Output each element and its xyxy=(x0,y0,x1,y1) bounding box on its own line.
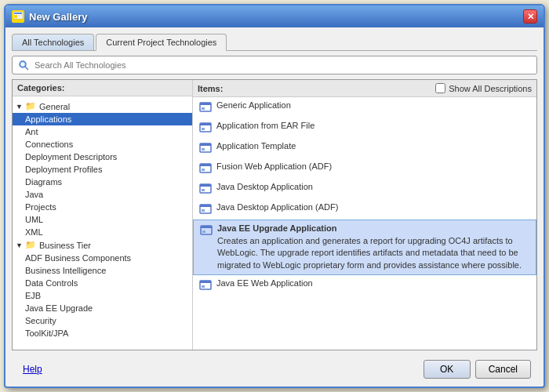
item-icon-java-desktop xyxy=(199,183,212,195)
svg-rect-3 xyxy=(18,15,22,16)
svg-rect-4 xyxy=(18,16,22,17)
item-icon-java-ee-upgrade xyxy=(200,224,213,237)
tree-item-security[interactable]: Security xyxy=(13,314,192,327)
tree-item-bi[interactable]: Business Intelligence xyxy=(13,264,192,277)
title-bar: New Gallery ✕ xyxy=(5,5,544,27)
tree-label-xml: XML xyxy=(25,227,43,237)
item-app-template[interactable]: Application Template xyxy=(193,138,536,158)
item-java-desktop[interactable]: Java Desktop Application xyxy=(193,179,536,199)
dialog-body: All Technologies Current Project Technol… xyxy=(5,27,544,387)
svg-rect-2 xyxy=(14,15,17,18)
tree-item-connections[interactable]: Connections xyxy=(13,138,192,151)
item-fusion-web[interactable]: Fusion Web Application (ADF) xyxy=(193,158,536,179)
item-content-java-ee-upgrade: Java EE Upgrade Application Creates an a… xyxy=(217,223,529,271)
tree-item-toolkitjpa[interactable]: ToolKit/JPA xyxy=(13,327,192,339)
item-icon-generic-app xyxy=(199,101,212,114)
svg-rect-30 xyxy=(200,281,211,283)
svg-rect-24 xyxy=(200,205,211,207)
item-content-java-desktop: Java Desktop Application xyxy=(216,182,530,191)
tree-item-applications[interactable]: Applications xyxy=(13,113,192,125)
show-all-descriptions: Show All Descriptions xyxy=(435,83,532,93)
item-title-fusion-web: Fusion Web Application (ADF) xyxy=(216,162,530,171)
tab-current-project[interactable]: Current Project Technologies xyxy=(96,34,227,51)
tree-item-adf-business[interactable]: ADF Business Components xyxy=(13,252,192,264)
item-java-ee-web[interactable]: Java EE Web Application xyxy=(193,275,536,296)
svg-rect-22 xyxy=(202,189,205,191)
tabs-container: All Technologies Current Project Technol… xyxy=(12,34,537,51)
item-title-generic-app: Generic Application xyxy=(216,100,530,110)
title-bar-left: New Gallery xyxy=(12,10,87,23)
tree-item-business-tier[interactable]: ▼ 📁 Business Tier xyxy=(13,238,192,252)
main-content: Categories: ▼ 📁 General Applications Ant xyxy=(12,79,537,350)
item-description-java-ee-upgrade: Creates an application and generates a r… xyxy=(217,235,529,271)
item-app-from-ear[interactable]: Application from EAR File xyxy=(193,118,536,138)
svg-line-7 xyxy=(25,67,28,70)
dialog-icon xyxy=(12,10,24,23)
item-java-ee-upgrade[interactable]: Java EE Upgrade Application Creates an a… xyxy=(193,220,536,275)
svg-rect-28 xyxy=(202,230,205,233)
svg-rect-21 xyxy=(200,184,211,187)
cancel-button[interactable]: Cancel xyxy=(475,360,531,379)
tree-label-bi: Business Intelligence xyxy=(25,266,106,275)
item-content-java-desktop-adf: Java Desktop Application (ADF) xyxy=(216,202,530,212)
item-title-app-from-ear: Application from EAR File xyxy=(216,121,530,130)
tab-all-technologies[interactable]: All Technologies xyxy=(12,34,94,50)
new-gallery-dialog: New Gallery ✕ All Technologies Current P… xyxy=(4,4,545,388)
show-all-label[interactable]: Show All Descriptions xyxy=(449,84,532,93)
items-list: Generic Application Application from EAR… xyxy=(193,97,536,350)
svg-rect-27 xyxy=(201,226,212,228)
search-input[interactable] xyxy=(35,60,532,70)
item-title-java-desktop: Java Desktop Application xyxy=(216,182,530,191)
dialog-title: New Gallery xyxy=(29,11,87,23)
folder-icon-general: 📁 xyxy=(25,101,36,111)
item-content-java-ee-web: Java EE Web Application xyxy=(216,278,530,288)
svg-rect-18 xyxy=(200,164,211,166)
item-content-generic-app: Generic Application xyxy=(216,100,530,110)
item-title-java-ee-web: Java EE Web Application xyxy=(216,278,530,288)
svg-rect-9 xyxy=(200,103,211,105)
item-title-java-ee-upgrade: Java EE Upgrade Application xyxy=(217,223,529,233)
tree-item-diagrams[interactable]: Diagrams xyxy=(13,176,192,188)
tree-item-ejb[interactable]: EJB xyxy=(13,289,192,302)
item-java-desktop-adf[interactable]: Java Desktop Application (ADF) xyxy=(193,199,536,220)
tree-label-toolkitjpa: ToolKit/JPA xyxy=(25,328,68,338)
search-bar xyxy=(12,56,537,74)
tree-label-deployment-profiles: Deployment Profiles xyxy=(25,165,102,174)
svg-rect-1 xyxy=(14,13,22,14)
tree-item-xml[interactable]: XML xyxy=(13,226,192,238)
item-icon-java-desktop-adf xyxy=(199,203,212,216)
item-generic-app[interactable]: Generic Application xyxy=(193,97,536,118)
categories-panel: Categories: ▼ 📁 General Applications Ant xyxy=(13,80,193,350)
tree-label-uml: UML xyxy=(25,215,43,224)
help-button[interactable]: Help xyxy=(18,362,47,376)
tree-label-connections: Connections xyxy=(25,140,73,149)
tree-item-deployment-descriptors[interactable]: Deployment Descriptors xyxy=(13,151,192,163)
items-header: Items: Show All Descriptions xyxy=(193,80,536,97)
close-button[interactable]: ✕ xyxy=(523,9,537,24)
tree-item-ant[interactable]: Ant xyxy=(13,125,192,138)
item-content-app-template: Application Template xyxy=(216,141,530,151)
svg-rect-16 xyxy=(202,148,205,151)
tree-label-deployment-descriptors: Deployment Descriptors xyxy=(25,152,117,162)
tree-label-java: Java xyxy=(25,190,43,199)
tree-label-ejb: EJB xyxy=(25,291,41,300)
show-all-checkbox[interactable] xyxy=(435,83,445,93)
tree-label-applications: Applications xyxy=(25,114,71,124)
tree-item-projects[interactable]: Projects xyxy=(13,201,192,213)
expand-icon-business: ▼ xyxy=(16,241,24,249)
item-icon-fusion-web xyxy=(199,162,212,175)
svg-rect-13 xyxy=(202,128,205,130)
tree-item-general[interactable]: ▼ 📁 General xyxy=(13,100,192,113)
tree-item-data-controls[interactable]: Data Controls xyxy=(13,277,192,289)
svg-rect-25 xyxy=(202,209,205,212)
search-icon xyxy=(17,59,30,71)
tree-item-java[interactable]: Java xyxy=(13,188,192,201)
tree-label-general: General xyxy=(39,102,70,111)
bottom-bar: Help OK Cancel xyxy=(12,355,537,380)
tree-label-security: Security xyxy=(25,316,56,325)
ok-button[interactable]: OK xyxy=(424,360,471,379)
tree-label-business-tier: Business Tier xyxy=(39,241,91,250)
tree-item-java-ee-upgrade[interactable]: Java EE Upgrade xyxy=(13,302,192,314)
tree-item-deployment-profiles[interactable]: Deployment Profiles xyxy=(13,163,192,176)
tree-item-uml[interactable]: UML xyxy=(13,213,192,226)
